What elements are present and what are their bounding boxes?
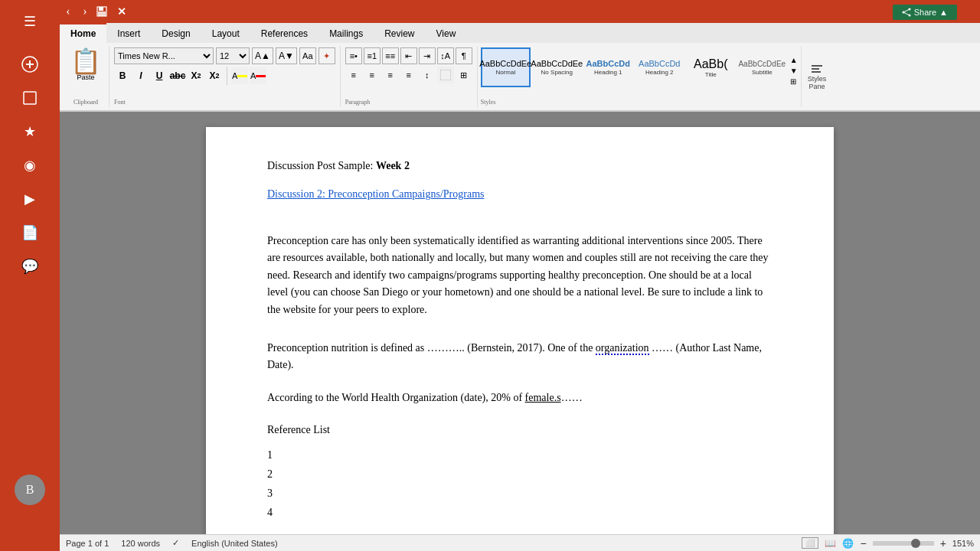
border-button[interactable]: ⊞	[456, 67, 472, 83]
italic-button[interactable]: I	[132, 67, 149, 84]
zoom-out-icon[interactable]: −	[860, 537, 866, 549]
reference-item-3: 3	[267, 485, 773, 501]
svg-rect-12	[440, 70, 451, 80]
left-sidebar: ☰ ★ ◉ ▶ 📄 💬 B	[0, 0, 60, 551]
organization-word: organization	[596, 342, 649, 355]
svg-rect-3	[24, 92, 36, 104]
reference-item-1: 1	[267, 447, 773, 463]
style-heading2[interactable]: AaBbCcDd Heading 2	[635, 47, 684, 87]
sidebar-window-icon[interactable]	[15, 83, 45, 113]
tab-references[interactable]: References	[250, 23, 318, 43]
styles-scroll-down[interactable]: ▲ ▼ ⊞	[789, 47, 798, 87]
tab-review[interactable]: Review	[374, 23, 425, 43]
style-subtitle[interactable]: AaBbCcDdEe Subtitle	[737, 47, 787, 87]
styles-pane-button[interactable]: Styles Pane	[802, 46, 833, 107]
show-formatting-button[interactable]: ¶	[456, 47, 472, 64]
svg-rect-14	[812, 68, 819, 70]
paste-group: 📋 Paste Clipboard	[63, 46, 109, 107]
tab-home[interactable]: Home	[60, 23, 106, 43]
strikethrough-button[interactable]: abc	[169, 67, 186, 84]
ribbon-top-bar: ‹ › ✕ Share ▲	[60, 0, 980, 23]
superscript-button[interactable]: X2	[206, 67, 223, 84]
bullets-button[interactable]: ≡•	[345, 47, 362, 64]
decrease-font-button[interactable]: A▼	[276, 47, 297, 64]
read-mode-btn[interactable]: 📖	[825, 538, 836, 549]
share-button[interactable]: Share ▲	[893, 5, 957, 20]
ribbon-tabs: Home Insert Design Layout References Mai…	[60, 23, 980, 43]
style-heading1[interactable]: AaBbCcDd Heading 1	[583, 47, 633, 87]
nav-forward-button[interactable]: ›	[77, 3, 93, 20]
clear-formatting-button[interactable]: ✦	[318, 47, 335, 64]
nav-back-button[interactable]: ‹	[60, 3, 77, 20]
svg-line-11	[903, 12, 910, 15]
svg-rect-15	[812, 71, 821, 73]
tab-view[interactable]: View	[426, 23, 467, 43]
align-center-button[interactable]: ≡	[364, 67, 381, 83]
main-area: ‹ › ✕ Share ▲ Home Insert Design Layout …	[60, 0, 980, 551]
align-left-button[interactable]: ≡	[345, 67, 362, 83]
document-page[interactable]: Discussion Post Sample: Week 2 Discussio…	[206, 127, 834, 534]
document-container[interactable]: Discussion Post Sample: Week 2 Discussio…	[60, 112, 980, 534]
decrease-indent-button[interactable]: ⇤	[400, 47, 417, 64]
svg-rect-13	[812, 65, 822, 67]
sort-button[interactable]: ↕A	[437, 47, 454, 64]
sidebar-chat-icon[interactable]: 💬	[15, 251, 45, 282]
paragraph-1: Preconception care has only been systema…	[267, 233, 773, 318]
sidebar-new-icon[interactable]	[15, 49, 45, 80]
page-info: Page 1 of 1	[66, 539, 109, 548]
sidebar-doc-icon[interactable]: 📄	[15, 217, 45, 248]
zoom-level: 151%	[952, 539, 974, 548]
style-normal[interactable]: AaBbCcDdEe Normal	[481, 47, 531, 87]
style-no-spacing[interactable]: AaBbCcDdEe No Spacing	[532, 47, 582, 87]
numbering-button[interactable]: ≡1	[364, 47, 381, 64]
font-group: Times New R... 12 A▲ A▼ Aa ✦ B I U abc X…	[109, 46, 341, 107]
ribbon-body: 📋 Paste Clipboard Times New R... 12 A▲ A…	[60, 43, 980, 112]
zoom-slider[interactable]	[873, 541, 934, 546]
tab-insert[interactable]: Insert	[106, 23, 151, 43]
align-right-button[interactable]: ≡	[382, 67, 399, 83]
sidebar-circle-icon[interactable]: ◉	[15, 150, 45, 181]
increase-font-button[interactable]: A▲	[252, 47, 273, 64]
document-title: Discussion Post Sample: Week 2	[267, 158, 773, 174]
svg-rect-5	[99, 7, 103, 11]
print-layout-btn[interactable]: ⬜	[802, 537, 818, 549]
font-family-select[interactable]: Times New R...	[114, 47, 214, 64]
avatar[interactable]: B	[15, 474, 45, 505]
font-color-button[interactable]: A	[250, 67, 266, 84]
paragraph-group: ≡• ≡1 ≡≡ ⇤ ⇥ ↕A ¶ ≡ ≡ ≡ ≡ ↕ ⊞ Paragraph	[341, 46, 478, 107]
paragraph-3: According to the World Health Organizati…	[267, 390, 773, 406]
subscript-button[interactable]: X2	[188, 67, 204, 84]
shading-button[interactable]	[437, 67, 454, 83]
style-title[interactable]: AaBb( Title	[686, 47, 736, 87]
increase-indent-button[interactable]: ⇥	[419, 47, 436, 64]
font-size-select[interactable]: 12	[216, 47, 250, 64]
svg-rect-6	[98, 11, 106, 16]
multilevel-list-button[interactable]: ≡≡	[382, 47, 399, 64]
svg-line-10	[903, 9, 910, 12]
change-case-button[interactable]: Aa	[299, 47, 316, 64]
reference-item-2: 2	[267, 466, 773, 482]
sidebar-play-icon[interactable]: ▶	[15, 184, 45, 214]
tab-design[interactable]: Design	[151, 23, 201, 43]
zoom-in-icon[interactable]: +	[940, 537, 946, 549]
line-spacing-button[interactable]: ↕	[419, 67, 436, 83]
close-btn[interactable]: ✕	[113, 3, 130, 20]
tab-mailings[interactable]: Mailings	[318, 23, 374, 43]
bold-button[interactable]: B	[114, 67, 131, 84]
paragraph-2: Preconception nutrition is defined as ………	[267, 340, 773, 374]
underline-button[interactable]: U	[151, 67, 168, 84]
sidebar-menu-icon[interactable]: ☰	[15, 6, 45, 37]
sidebar-star-icon[interactable]: ★	[15, 116, 45, 147]
tab-layout[interactable]: Layout	[201, 23, 250, 43]
word-count: 120 words	[121, 539, 160, 548]
paste-button[interactable]: 📋 Paste	[69, 47, 103, 83]
reference-list-heading: Reference List	[267, 422, 773, 438]
web-layout-btn[interactable]: 🌐	[842, 538, 854, 549]
discussion-link[interactable]: Discussion 2: Preconception Campaigns/Pr…	[267, 186, 773, 202]
highlight-button[interactable]: A	[231, 67, 248, 84]
language: English (United States)	[191, 539, 278, 548]
status-bar: Page 1 of 1 120 words ✓ English (United …	[60, 534, 980, 551]
proofing-icon[interactable]: ✓	[172, 538, 179, 548]
quick-access-save[interactable]	[93, 3, 110, 20]
justify-button[interactable]: ≡	[400, 67, 417, 83]
